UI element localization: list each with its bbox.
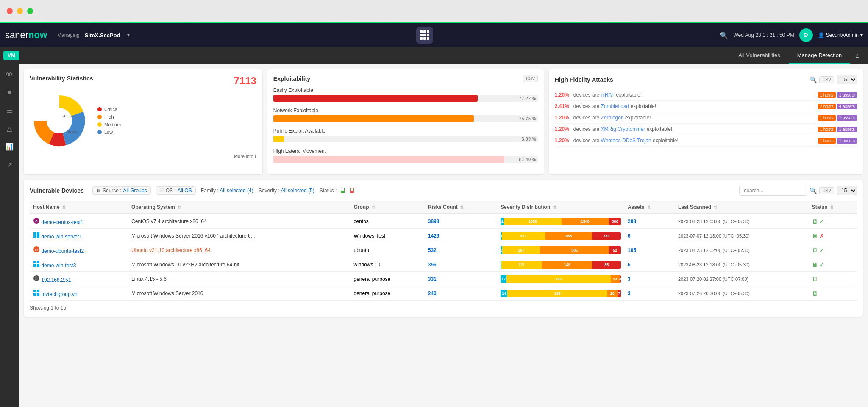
search-button[interactable]: 🔍 [720, 31, 728, 39]
sidebar-item-chart[interactable]: 📊 [3, 141, 15, 152]
vd-csv-button[interactable]: CSV [819, 187, 834, 194]
exploitability-csv-button[interactable]: CSV [523, 75, 538, 82]
os-value[interactable]: All OS [178, 188, 192, 194]
status-monitor-cell: 🖥 [812, 261, 818, 268]
cell-risks-count: 532 [425, 243, 497, 257]
sev-high: 121 [501, 261, 542, 269]
hfa-link-2[interactable]: Zerologon [601, 115, 624, 121]
cell-group: centos [351, 214, 425, 229]
svg-rect-19 [33, 293, 36, 296]
sidebar-item-eye[interactable]: 👁 [4, 69, 14, 80]
host-link[interactable]: demo-centos-test1 [41, 219, 83, 225]
sev-bar: 15 517 558 339 [501, 232, 621, 240]
filter-status: Status : 🖥 🖥 [320, 187, 356, 194]
svg-rect-17 [33, 290, 36, 292]
exploit-row-lateral: High Lateral Movement 87.40 % [273, 148, 538, 163]
hfa-csv-button[interactable]: CSV [819, 76, 834, 83]
host-link[interactable]: demo-win-server1 [41, 234, 82, 240]
svg-rect-11 [33, 261, 36, 263]
sidebar-item-monitor[interactable]: 🖥 [4, 87, 14, 98]
pie-legend: Critical High Medium Low [97, 107, 121, 135]
sort-last-scanned[interactable]: ⇅ [714, 205, 717, 210]
hfa-link-0[interactable]: njRAT [601, 92, 615, 98]
hfa-link-1[interactable]: ZombieLoad [601, 103, 629, 109]
sev-low: 52 [609, 246, 621, 254]
sort-status[interactable]: ⇅ [830, 205, 834, 210]
cards-row: Vulnerability Statistics 7113 [24, 69, 863, 174]
hfa-count-select[interactable]: 15 25 50 [837, 75, 857, 84]
vuln-devices-card: Vulnerable Devices 🖥 Source : All Groups… [24, 180, 863, 317]
hfa-search-button[interactable]: 🔍 [810, 76, 817, 83]
traffic-light-red[interactable] [7, 8, 13, 14]
exploit-bar-network [273, 115, 474, 122]
hfa-assets-tag-2: 1 assets [837, 115, 857, 121]
os-icon-cell [33, 291, 40, 297]
sort-hostname[interactable]: ⇅ [62, 205, 66, 210]
col-hostname: Host Name ⇅ [30, 201, 128, 214]
severity-value[interactable]: All selected (5) [281, 188, 314, 194]
host-link[interactable]: mvtechgroup.vn [41, 291, 77, 297]
sev-low: 7 [618, 290, 621, 297]
cell-os: Microsoft Windows Server 2016 [128, 286, 350, 301]
vd-title: Vulnerable Devices [30, 187, 84, 194]
table-row: L 192.168.2.51 Linux 4.15 - 5.6 general … [30, 272, 857, 286]
sort-group[interactable]: ⇅ [372, 205, 375, 210]
sidebar-item-alert[interactable]: △ [5, 123, 14, 134]
sort-assets[interactable]: ⇅ [647, 205, 651, 210]
hfa-link-4[interactable]: Webtoos DDoS Trojan [601, 138, 651, 144]
filter-severity: Severity : All selected (5) [259, 188, 314, 194]
sev-high: 517 [502, 232, 545, 240]
family-value[interactable]: All selected (4) [220, 188, 253, 194]
cell-assets: 3 [624, 272, 675, 286]
sidebar-item-list[interactable]: ☰ [5, 105, 14, 116]
hfa-assets-tag-1: 4 assets [837, 104, 857, 109]
host-link[interactable]: demo-ubuntu-test2 [41, 248, 84, 254]
more-info-link[interactable]: More info ℹ [30, 154, 256, 159]
grid-dots [420, 30, 429, 40]
home-button[interactable]: ⌂ [850, 52, 865, 59]
sort-sev-dist[interactable]: ⇅ [553, 205, 556, 210]
legend-critical: Critical [97, 107, 121, 112]
cell-os: Microsoft Windows 10 v22H2 architecture … [128, 257, 350, 272]
host-link[interactable]: 192.168.2.51 [41, 277, 71, 283]
sort-risks[interactable]: ⇅ [460, 205, 464, 210]
settings-button[interactable]: ⚙ [799, 28, 813, 42]
hfa-assets-tag-0: 1 assets [837, 92, 857, 98]
cell-os: Ubuntu v21.10 architecture x86_64 [128, 243, 350, 257]
pie-chart-svg: 46.3% 38.6% [30, 91, 89, 150]
sidebar-item-export[interactable]: ↗ [5, 159, 14, 171]
sort-os[interactable]: ⇅ [178, 205, 181, 210]
traffic-light-green[interactable] [27, 8, 33, 14]
vd-search-input[interactable] [739, 186, 807, 196]
pie-section: 46.3% 38.6% Critical High [30, 91, 256, 150]
host-link[interactable]: demo-win-test3 [41, 263, 76, 269]
sidebar: 👁 🖥 ☰ △ 📊 ↗ [0, 64, 19, 407]
legend-dot-low [97, 130, 102, 134]
vd-pagesize-select[interactable]: 15 25 50 [837, 186, 857, 195]
cell-risks-count: 356 [425, 257, 497, 272]
source-value[interactable]: All Groups [123, 188, 147, 194]
cell-group: windows 10 [351, 257, 425, 272]
hfa-link-3[interactable]: XMRig Cryptominer [601, 126, 645, 132]
filter-source[interactable]: 🖥 Source : All Groups [92, 186, 151, 195]
tab-manage-detection[interactable]: Manage Detection [789, 47, 851, 64]
status-monitor-filter[interactable]: 🖥 [339, 187, 346, 194]
org-dropdown-arrow[interactable]: ▾ [127, 32, 130, 38]
sev-low: 386 [609, 218, 621, 225]
exploit-label-lateral: High Lateral Movement [273, 148, 538, 154]
filter-os[interactable]: ☰ OS : All OS [156, 186, 196, 195]
svg-rect-12 [37, 261, 39, 263]
svg-text:U: U [35, 248, 38, 252]
svg-point-0 [47, 108, 72, 133]
os-icon-cell [33, 263, 40, 269]
traffic-light-yellow[interactable] [17, 8, 23, 14]
user-menu-button[interactable]: 👤 SecurityAdmin ▾ [818, 32, 863, 38]
managing-label: Managing [57, 32, 80, 38]
exploitability-title: Exploitability [273, 75, 310, 82]
grid-menu-button[interactable] [416, 27, 433, 44]
col-sev-dist: Severity Distribution ⇅ [497, 201, 624, 214]
vd-search-button[interactable]: 🔍 [810, 187, 817, 194]
status-alert-filter[interactable]: 🖥 [348, 187, 355, 194]
tab-all-vulnerabilities[interactable]: All Vulnerabilities [730, 47, 789, 64]
cell-group: ubuntu [351, 243, 425, 257]
